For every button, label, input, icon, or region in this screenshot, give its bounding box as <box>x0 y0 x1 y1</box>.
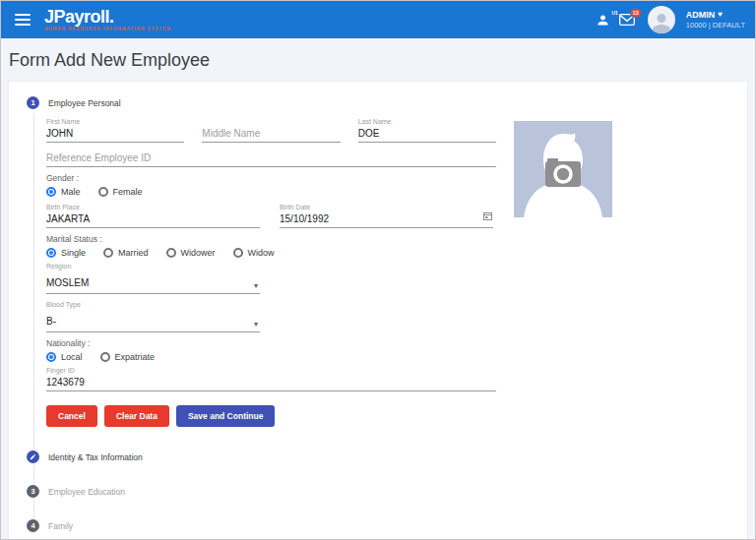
radio-selected-icon <box>46 248 56 258</box>
step-1-number: 1 <box>31 98 34 107</box>
step-2-circle <box>27 450 39 463</box>
avatar[interactable] <box>648 6 675 33</box>
hamburger-menu-icon[interactable] <box>15 11 31 29</box>
pencil-icon <box>30 453 36 460</box>
birth-place-label: Birth Place <box>46 203 260 211</box>
nationality-expatriate-label: Expatriate <box>115 352 156 362</box>
marital-widower-label: Widower <box>181 248 216 258</box>
radio-unselected-icon <box>233 248 243 258</box>
gender-male-label: Male <box>61 187 81 197</box>
chevron-down-icon: ▾ <box>254 282 258 290</box>
app-logo[interactable]: JPayroll. HUMAN RESOURCE INFORMATION SYS… <box>44 8 171 32</box>
gender-female-label: Female <box>113 187 143 197</box>
marital-status-label: Marital Status : <box>46 234 496 244</box>
first-name-label: First Name <box>46 117 184 126</box>
logo-tagline: HUMAN RESOURCE INFORMATION SYSTEM <box>44 28 171 32</box>
step-3-label: Employee Education <box>48 487 125 497</box>
marital-married-label: Married <box>118 248 149 258</box>
marital-widower-radio[interactable]: Widower <box>166 248 216 258</box>
marital-single-radio[interactable]: Single <box>46 248 86 258</box>
step-family[interactable]: 4 Family <box>27 519 747 532</box>
religion-value: MOSLEM <box>46 277 89 288</box>
religion-select[interactable]: MOSLEM ▾ <box>46 270 260 294</box>
step-2-label: Identity & Tax Information <box>48 452 143 462</box>
gender-label: Gender : <box>46 173 496 183</box>
step-3-number: 3 <box>31 487 34 496</box>
nationality-local-label: Local <box>61 352 83 362</box>
middle-name-label <box>202 117 340 126</box>
calendar-icon[interactable] <box>483 207 492 224</box>
step-3-circle: 3 <box>27 485 39 498</box>
camera-icon <box>545 158 581 187</box>
radio-unselected-icon <box>103 248 113 258</box>
step-4-label: Family <box>48 521 73 531</box>
company-context-label: 10000 | DEFAULT <box>686 21 745 30</box>
birth-place-input[interactable] <box>46 211 260 228</box>
gender-male-radio[interactable]: Male <box>46 187 81 197</box>
stepper-card: 1 Employee Personal First Name Last <box>8 81 748 540</box>
username-label: ADMIN <box>686 10 716 21</box>
messages-icon[interactable]: 13 <box>619 14 635 26</box>
gender-female-radio[interactable]: Female <box>98 187 143 197</box>
save-and-continue-button[interactable]: Save and Continue <box>176 405 276 427</box>
blood-type-value: B- <box>46 316 56 327</box>
religion-label: Religion <box>46 262 260 270</box>
radio-selected-icon <box>46 352 56 362</box>
message-count-badge: 13 <box>630 8 642 18</box>
logo-text: JPayroll. <box>44 8 171 26</box>
middle-name-input[interactable] <box>202 126 340 143</box>
marital-widow-radio[interactable]: Widow <box>233 248 275 258</box>
top-navbar: JPayroll. HUMAN RESOURCE INFORMATION SYS… <box>1 1 755 38</box>
last-name-label: Last Name <box>358 117 496 126</box>
radio-unselected-icon <box>166 248 176 258</box>
marital-widow-label: Widow <box>248 248 275 258</box>
employee-personal-form: First Name Last Name <box>46 117 747 427</box>
nationality-label: Nationality : <box>46 338 496 348</box>
radio-unselected-icon <box>100 352 110 362</box>
user-status-icon[interactable]: U1 <box>596 13 610 28</box>
cancel-button[interactable]: Cancel <box>46 405 97 427</box>
birth-date-input[interactable] <box>280 211 493 228</box>
birth-date-label: Birth Date <box>280 203 493 211</box>
step-4-number: 4 <box>31 521 34 530</box>
reference-employee-id-input[interactable] <box>46 150 496 167</box>
photo-placeholder <box>514 121 612 217</box>
step-identity-tax-information[interactable]: Identity & Tax Information <box>27 450 747 463</box>
heart-icon: ♥ <box>718 10 723 20</box>
last-name-input[interactable] <box>358 126 496 143</box>
finger-id-input[interactable] <box>46 375 496 391</box>
employee-photo-upload[interactable] <box>514 121 612 427</box>
marital-single-label: Single <box>61 248 86 258</box>
nationality-local-radio[interactable]: Local <box>46 352 83 362</box>
stepper-connector-line <box>33 113 34 534</box>
marital-married-radio[interactable]: Married <box>103 248 149 258</box>
radio-unselected-icon <box>98 187 108 197</box>
clear-data-button[interactable]: Clear Data <box>104 405 169 427</box>
radio-selected-icon <box>46 187 56 197</box>
first-name-input[interactable] <box>46 126 184 143</box>
nationality-expatriate-radio[interactable]: Expatriate <box>100 352 156 362</box>
user-menu[interactable]: ADMIN ♥ 10000 | DEFAULT <box>686 10 745 30</box>
app-window: JPayroll. HUMAN RESOURCE INFORMATION SYS… <box>0 0 756 540</box>
step-employee-education[interactable]: 3 Employee Education <box>27 485 747 498</box>
blood-type-select[interactable]: B- ▾ <box>46 309 260 332</box>
step-1-circle: 1 <box>27 96 39 109</box>
user-status-badge: U1 <box>611 10 617 16</box>
step-1-label: Employee Personal <box>48 98 121 108</box>
blood-type-label: Blood Type <box>46 300 260 309</box>
step-4-circle: 4 <box>27 519 39 532</box>
step-employee-personal[interactable]: 1 Employee Personal <box>27 96 747 109</box>
avatar-silhouette-icon <box>650 10 673 33</box>
person-icon <box>596 13 610 28</box>
chevron-down-icon: ▾ <box>254 321 258 329</box>
page-title: Form Add New Employee <box>9 50 747 71</box>
finger-id-label: Finger ID <box>46 366 496 375</box>
title-bar: Form Add New Employee <box>1 38 755 81</box>
